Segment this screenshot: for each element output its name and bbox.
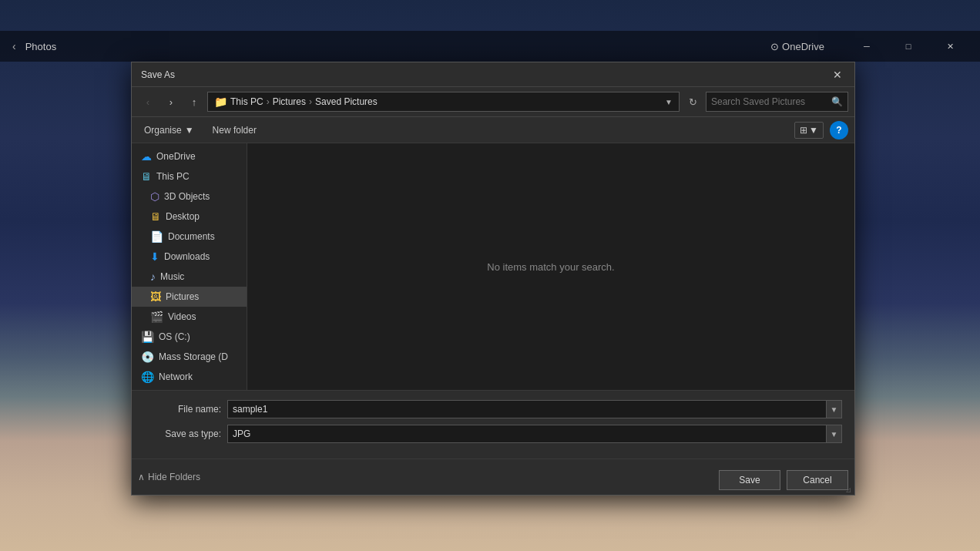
address-saved-pictures: Saved Pictures bbox=[315, 96, 378, 107]
help-button[interactable]: ? bbox=[830, 121, 848, 139]
dialog-close-button[interactable]: ✕ bbox=[827, 64, 848, 86]
sidebar-item-music[interactable]: ♪ Music bbox=[132, 267, 247, 287]
app-back-button[interactable]: ‹ bbox=[12, 40, 16, 52]
downloads-icon: ⬇ bbox=[150, 250, 159, 263]
app-title: Photos bbox=[25, 41, 56, 52]
sidebar-desktop-label: Desktop bbox=[166, 211, 200, 222]
sidebar-item-thispc[interactable]: 🖥 This PC bbox=[132, 166, 247, 186]
search-input[interactable] bbox=[711, 96, 828, 107]
sidebar-downloads-label: Downloads bbox=[164, 251, 210, 262]
address-folder-icon: 📁 bbox=[214, 96, 227, 108]
organise-button[interactable]: Organise ▼ bbox=[138, 123, 200, 138]
file-name-label: File name: bbox=[144, 404, 221, 415]
sidebar-3dobjects-label: 3D Objects bbox=[164, 191, 210, 202]
hide-folders-row: ∧ Hide Folders Save Cancel ⊿ bbox=[132, 459, 854, 495]
sidebar-thispc-label: This PC bbox=[156, 171, 190, 182]
sidebar-item-mass-storage[interactable]: 💿 Mass Storage (D bbox=[132, 347, 247, 367]
address-bar-row: ‹ › ↑ 📁 This PC › Pictures › Saved Pictu… bbox=[132, 87, 854, 117]
dialog-titlebar: Save As ✕ bbox=[132, 62, 854, 87]
address-bar[interactable]: 📁 This PC › Pictures › Saved Pictures ▼ bbox=[207, 92, 680, 112]
sidebar-item-pictures[interactable]: 🖼 Pictures bbox=[132, 287, 247, 307]
videos-icon: 🎬 bbox=[150, 311, 163, 323]
sidebar-item-os-c[interactable]: 💾 OS (C:) bbox=[132, 327, 247, 347]
address-text: This PC › Pictures › Saved Pictures bbox=[230, 96, 378, 107]
file-content-area: No items match your search. bbox=[247, 143, 854, 390]
view-chevron: ▼ bbox=[809, 125, 818, 136]
file-name-input[interactable] bbox=[227, 400, 827, 418]
save-as-type-input-container: ▼ bbox=[227, 425, 842, 443]
nav-forward-button[interactable]: › bbox=[161, 92, 181, 111]
file-name-input-container: ▼ bbox=[227, 400, 842, 418]
save-as-type-input[interactable] bbox=[227, 425, 827, 443]
file-name-dropdown[interactable]: ▼ bbox=[827, 400, 842, 418]
network-icon: 🌐 bbox=[141, 371, 154, 383]
close-button[interactable]: ✕ bbox=[932, 34, 968, 59]
sidebar-mass-storage-label: Mass Storage (D bbox=[159, 351, 228, 362]
onedrive-icon: ☁ bbox=[141, 150, 152, 163]
thispc-icon: 🖥 bbox=[141, 170, 152, 183]
nav-up-button[interactable]: ↑ bbox=[184, 92, 204, 111]
sidebar-network-label: Network bbox=[159, 371, 193, 382]
nav-back-button[interactable]: ‹ bbox=[138, 92, 158, 111]
pictures-icon: 🖼 bbox=[150, 291, 161, 303]
bottom-form-section: File name: ▼ Save as type: ▼ bbox=[132, 390, 854, 459]
sidebar-item-onedrive[interactable]: ☁ OneDrive bbox=[132, 146, 247, 166]
toolbar-row: Organise ▼ New folder ⊞ ▼ ? bbox=[132, 117, 854, 143]
search-icon[interactable]: 🔍 bbox=[831, 96, 843, 107]
hide-folders-button[interactable]: ∧ Hide Folders bbox=[138, 472, 200, 482]
maximize-button[interactable]: □ bbox=[891, 34, 926, 59]
empty-message: No items match your search. bbox=[487, 261, 614, 273]
sidebar-item-network[interactable]: 🌐 Network bbox=[132, 367, 247, 387]
sidebar-onedrive-label: OneDrive bbox=[156, 151, 196, 162]
button-row: Save Cancel bbox=[719, 470, 848, 490]
organise-label: Organise bbox=[144, 125, 182, 136]
desktop-icon: 🖥 bbox=[150, 210, 161, 223]
organise-chevron: ▼ bbox=[185, 125, 194, 136]
os-c-icon: 💾 bbox=[141, 331, 154, 343]
address-this-pc: This PC bbox=[230, 96, 263, 107]
search-box[interactable]: 🔍 bbox=[706, 92, 848, 112]
hide-folders-chevron: ∧ bbox=[138, 472, 145, 482]
sidebar-item-3dobjects[interactable]: ⬡ 3D Objects bbox=[132, 186, 247, 207]
onedrive-label: ⊙ OneDrive bbox=[770, 41, 824, 52]
address-dropdown-icon: ▼ bbox=[665, 98, 673, 106]
refresh-button[interactable]: ↻ bbox=[683, 92, 703, 112]
view-button[interactable]: ⊞ ▼ bbox=[794, 122, 824, 139]
new-folder-label: New folder bbox=[213, 125, 257, 136]
new-folder-button[interactable]: New folder bbox=[206, 123, 263, 138]
sidebar-pictures-label: Pictures bbox=[166, 291, 199, 302]
app-titlebar: ‹ Photos ⊙ OneDrive ─ □ ✕ bbox=[0, 31, 980, 62]
mass-storage-icon: 💿 bbox=[141, 351, 154, 363]
main-content: ☁ OneDrive 🖥 This PC ⬡ 3D Objects 🖥 Desk… bbox=[132, 143, 854, 390]
sidebar-item-documents[interactable]: 📄 Documents bbox=[132, 227, 247, 247]
sidebar-item-downloads[interactable]: ⬇ Downloads bbox=[132, 247, 247, 267]
cancel-button[interactable]: Cancel bbox=[787, 470, 848, 490]
sidebar: ☁ OneDrive 🖥 This PC ⬡ 3D Objects 🖥 Desk… bbox=[132, 143, 247, 390]
save-as-type-row: Save as type: ▼ bbox=[144, 425, 842, 443]
sidebar-videos-label: Videos bbox=[168, 311, 196, 322]
dialog-title: Save As bbox=[141, 69, 827, 80]
sidebar-item-desktop[interactable]: 🖥 Desktop bbox=[132, 207, 247, 227]
window-controls: ─ □ ✕ bbox=[849, 34, 968, 59]
app-title-right: ⊙ OneDrive ─ □ ✕ bbox=[770, 34, 968, 59]
resize-grip[interactable]: ⊿ bbox=[845, 485, 854, 495]
sidebar-os-c-label: OS (C:) bbox=[159, 331, 190, 342]
music-icon: ♪ bbox=[150, 270, 156, 283]
address-pictures: Pictures bbox=[273, 96, 306, 107]
save-button[interactable]: Save bbox=[719, 470, 780, 490]
save-as-dialog: Save As ✕ ‹ › ↑ 📁 This PC › Pictures › S… bbox=[131, 62, 855, 496]
3dobjects-icon: ⬡ bbox=[150, 190, 159, 203]
hide-folders-label: Hide Folders bbox=[148, 472, 200, 482]
save-as-type-dropdown[interactable]: ▼ bbox=[827, 425, 842, 443]
documents-icon: 📄 bbox=[150, 230, 163, 243]
file-name-row: File name: ▼ bbox=[144, 400, 842, 418]
save-as-type-label: Save as type: bbox=[144, 428, 221, 439]
sidebar-music-label: Music bbox=[160, 271, 184, 282]
sidebar-item-videos[interactable]: 🎬 Videos bbox=[132, 307, 247, 327]
minimize-button[interactable]: ─ bbox=[849, 34, 884, 59]
view-icon: ⊞ bbox=[800, 125, 807, 136]
sidebar-documents-label: Documents bbox=[168, 231, 215, 242]
